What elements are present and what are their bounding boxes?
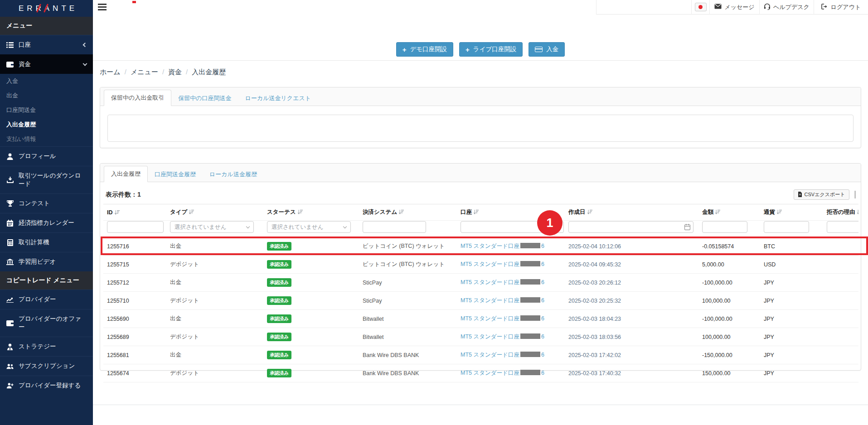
- column-header-0[interactable]: ID: [103, 204, 166, 221]
- breadcrumb-item[interactable]: 入出金履歴: [192, 68, 226, 77]
- breadcrumb-item[interactable]: メニュー: [131, 68, 158, 77]
- tab-history_card-1[interactable]: 口座間送金履歴: [148, 167, 203, 182]
- filter-payment-system-input[interactable]: [363, 221, 426, 233]
- logout-icon: [821, 4, 828, 11]
- cell-created-date: 2025-02-03 17:42:02: [565, 346, 698, 364]
- column-header-1[interactable]: タイプ: [166, 204, 263, 221]
- filter-currency-input[interactable]: [764, 221, 809, 233]
- tab-history_card-2[interactable]: ローカル送金履歴: [203, 167, 264, 182]
- account-link[interactable]: MT5 スタンダード口座6: [461, 261, 544, 267]
- sidebar-item-provider-offers[interactable]: プロバイダーのオファー: [0, 309, 93, 337]
- sidebar-label: 出金: [6, 92, 18, 99]
- account-link[interactable]: MT5 スタンダード口座6: [461, 297, 544, 304]
- column-header-8[interactable]: 拒否の理由: [823, 204, 858, 221]
- account-link[interactable]: MT5 スタンダード口座6: [461, 279, 544, 285]
- filter-type-select[interactable]: 選択されていません: [170, 221, 254, 233]
- sidebar-item-transaction-history[interactable]: 入出金履歴: [0, 117, 93, 132]
- breadcrumb-item[interactable]: 資金: [168, 68, 182, 77]
- cell-account: MT5 スタンダード口座6: [457, 256, 565, 274]
- column-header-6[interactable]: 金額: [698, 204, 760, 221]
- history-list-header: 表示件数：1 CSVエクスポート: [100, 182, 861, 204]
- csv-export-button[interactable]: CSVエクスポート: [794, 189, 849, 200]
- account-link[interactable]: MT5 スタンダード口座6: [461, 370, 544, 376]
- deposit-button[interactable]: 入金: [529, 42, 565, 57]
- sidebar-item-provider[interactable]: プロバイダー: [0, 290, 93, 309]
- cell-id: 1255710: [103, 292, 166, 310]
- tab-pending_card-1[interactable]: 保留中の口座間送金: [171, 91, 238, 106]
- cell-type: デポジット: [166, 256, 263, 274]
- sidebar-item-download-tools[interactable]: 取引ツールのダウンロード: [0, 166, 93, 193]
- filter-id-input[interactable]: [107, 221, 164, 233]
- sidebar-item-accounts[interactable]: 口座: [0, 35, 93, 54]
- table-row: 1255690出金承認済みBitwalletMT5 スタンダード口座62025-…: [103, 310, 858, 328]
- cell-currency: USD: [760, 256, 823, 274]
- headset-icon: [764, 3, 771, 11]
- cell-type: 出金: [166, 237, 263, 256]
- column-label: スターテス: [267, 209, 296, 215]
- filter-status-select[interactable]: 選択されていません: [267, 221, 351, 233]
- column-header-4[interactable]: 口座: [457, 204, 565, 221]
- sidebar-item-subscription[interactable]: サブスクリプション: [0, 356, 93, 376]
- cell-id: 1255674: [103, 364, 166, 382]
- sidebar-item-register-provider[interactable]: プロバイダー登録する: [0, 376, 93, 395]
- logout-button[interactable]: ログアウト: [814, 0, 868, 14]
- sidebar-item-funds[interactable]: 資金: [0, 54, 93, 74]
- account-actions-row: +デモ口座開設+ライブ口座開設入金: [93, 42, 868, 57]
- status-badge: 承認済み: [267, 296, 291, 305]
- breadcrumb-separator: /: [186, 68, 188, 77]
- tab-history_card-0[interactable]: 入出金履歴: [104, 166, 148, 182]
- pending-empty-list: [107, 115, 853, 142]
- redaction-block: [520, 297, 540, 303]
- filter-amount-input[interactable]: [702, 221, 747, 233]
- account-link[interactable]: MT5 スタンダード口座6: [461, 333, 544, 340]
- messages-button[interactable]: メッセージ: [709, 0, 759, 14]
- open-live-account-button[interactable]: +ライブ口座開設: [459, 42, 523, 57]
- sidebar-item-deposit[interactable]: 入金: [0, 74, 93, 88]
- breadcrumb-item[interactable]: ホーム: [100, 68, 121, 77]
- language-flag-button[interactable]: [691, 0, 709, 14]
- cell-created-date: 2025-02-03 17:40:32: [565, 364, 698, 382]
- sidebar-item-internal-transfer[interactable]: 口座間送金: [0, 103, 93, 117]
- tab-pending_card-2[interactable]: ローカル送金リクエスト: [238, 91, 318, 106]
- sidebar-item-withdrawal[interactable]: 出金: [0, 88, 93, 103]
- sidebar-item-profile[interactable]: プロフィール: [0, 146, 93, 166]
- tab-pending_card-0[interactable]: 保留中の入出金取引: [104, 90, 171, 106]
- cell-id: 1255712: [103, 274, 166, 292]
- cell-payment-system: Bitwallet: [359, 328, 457, 346]
- sidebar-item-trading-calculator[interactable]: 取引計算機: [0, 232, 93, 252]
- plus-icon: +: [402, 46, 407, 53]
- sidebar-item-contest[interactable]: コンテスト: [0, 193, 93, 213]
- errante-logo[interactable]: ERRANTE: [0, 0, 93, 17]
- sidebar-label: サブスクリプション: [19, 362, 75, 370]
- account-link[interactable]: MT5 スタンダード口座6: [461, 315, 544, 322]
- column-header-7[interactable]: 通貨: [760, 204, 823, 221]
- button-label: デモ口座開設: [410, 45, 447, 53]
- sidebar-item-learning-videos[interactable]: 学習用ビデオ: [0, 252, 93, 271]
- sidebar-label: 取引ツールのダウンロード: [19, 172, 87, 188]
- sort-icon: [296, 209, 303, 215]
- user-plus-icon: [6, 382, 14, 389]
- open-demo-account-button[interactable]: +デモ口座開設: [396, 42, 453, 57]
- column-header-5[interactable]: 作成日: [565, 204, 698, 221]
- account-link-suffix: 6: [541, 352, 544, 358]
- column-header-3[interactable]: 決済システム: [359, 204, 457, 221]
- filter-rejection-reason-input[interactable]: [827, 221, 858, 233]
- user-icon: [6, 153, 14, 160]
- account-link[interactable]: MT5 スタンダード口座6: [461, 243, 544, 249]
- sidebar-item-strategy[interactable]: ストラテジー: [0, 337, 93, 356]
- column-header-2[interactable]: スターテス: [263, 204, 359, 221]
- helpdesk-button[interactable]: ヘルプデスク: [759, 0, 814, 14]
- cell-type: デポジット: [166, 364, 263, 382]
- sidebar-label: プロバイダー: [19, 295, 56, 304]
- sidebar-item-economic-calendar[interactable]: 経済指標カレンダー: [0, 213, 93, 232]
- filter-created-date-input[interactable]: [568, 221, 693, 233]
- chevron-left-icon: [83, 43, 87, 47]
- topbar: メッセージ ヘルプデスク ログアウト: [93, 0, 868, 14]
- filter-account-input[interactable]: [461, 221, 564, 233]
- account-link[interactable]: MT5 スタンダード口座6: [461, 352, 544, 358]
- hamburger-menu-icon[interactable]: [98, 4, 107, 11]
- sidebar-item-payment-info[interactable]: 支払い情報: [0, 132, 93, 146]
- cell-currency: BTC: [760, 237, 823, 256]
- sidebar-label: 入出金履歴: [6, 121, 36, 128]
- status-badge: 承認済み: [267, 314, 291, 323]
